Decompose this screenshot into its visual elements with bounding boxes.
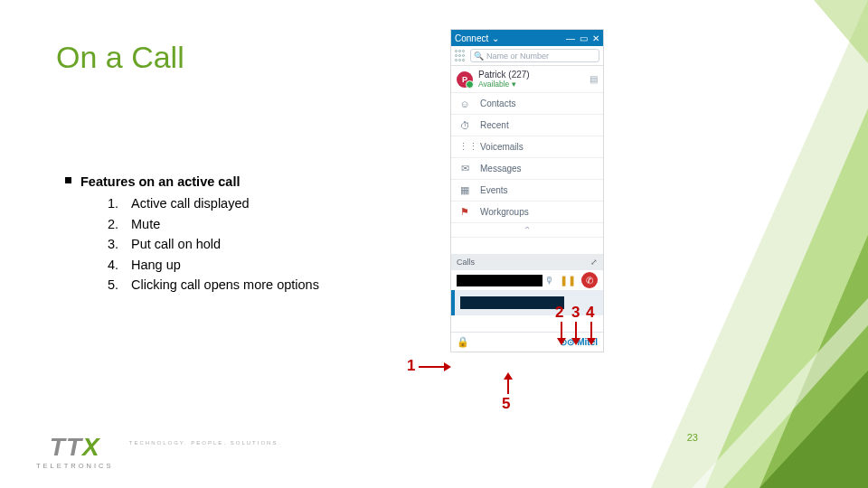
svg-marker-2 xyxy=(760,235,868,488)
list-number: 5. xyxy=(108,275,124,295)
close-icon[interactable]: ✕ xyxy=(592,33,599,43)
bullet-square-icon xyxy=(65,177,71,183)
annotation-5: 5 xyxy=(502,395,510,413)
page-number: 23 xyxy=(687,432,698,443)
nav-recent[interactable]: ⏱Recent xyxy=(451,115,603,136)
annotation-arrow-2 xyxy=(561,322,562,340)
avatar: P xyxy=(457,71,473,88)
messages-icon: ✉ xyxy=(458,163,471,174)
card-icon[interactable]: ▤ xyxy=(590,74,598,84)
slide-title: On a Call xyxy=(56,40,184,75)
nav-contacts[interactable]: ☺Contacts xyxy=(451,93,603,115)
window-titlebar: Connect ⌄ — ▭ ✕ xyxy=(451,30,603,46)
contacts-icon: ☺ xyxy=(458,99,471,109)
active-call-bar[interactable] xyxy=(451,290,603,315)
calls-section-header: Calls ⤢ xyxy=(451,254,603,270)
list-item: Mute xyxy=(131,214,160,234)
bullet-heading: Features on an active call xyxy=(80,172,319,192)
collapse-chevron-icon[interactable]: ⌃ xyxy=(451,223,603,238)
list-number: 3. xyxy=(108,234,124,254)
annotation-arrow-5 xyxy=(507,378,509,394)
user-status[interactable]: Available ▾ xyxy=(478,80,530,89)
ttx-logo: TTX TECHNOLOGY. PEOPLE. SOLUTIONS. TELET… xyxy=(36,435,114,470)
list-item: Active call displayed xyxy=(131,193,250,213)
nav-workgroups[interactable]: ⚑Workgroups xyxy=(451,202,603,223)
nav-events[interactable]: ▦Events xyxy=(451,180,603,202)
hold-icon[interactable]: ❚❚ xyxy=(560,275,576,286)
svg-marker-4 xyxy=(692,298,868,488)
annotation-arrow-4 xyxy=(590,322,592,340)
dialpad-icon[interactable] xyxy=(455,50,467,62)
list-item: Put call on hold xyxy=(131,234,221,254)
svg-marker-1 xyxy=(705,108,868,488)
annotation-2: 2 xyxy=(555,304,563,322)
annotation-1: 1 xyxy=(407,357,415,375)
mute-icon[interactable]: 🎙 xyxy=(544,275,554,286)
svg-marker-3 xyxy=(760,371,868,488)
user-presence-row[interactable]: P Patrick (227) Available ▾ ▤ xyxy=(451,66,603,93)
maximize-icon[interactable]: ▭ xyxy=(580,33,588,43)
list-number: 4. xyxy=(108,255,124,275)
app-title: Connect xyxy=(455,33,488,43)
logo-tagline: TECHNOLOGY. PEOPLE. SOLUTIONS. xyxy=(129,440,281,446)
connect-app-screenshot: Connect ⌄ — ▭ ✕ 🔍 Name or Number P Patri… xyxy=(450,29,604,352)
annotation-3: 3 xyxy=(571,304,580,322)
background-decoration xyxy=(597,0,868,488)
calls-expand-icon[interactable]: ⤢ xyxy=(590,258,598,267)
content-block: Features on an active call 1.Active call… xyxy=(65,172,319,296)
nav-voicemails[interactable]: ⋮⋮Voicemails xyxy=(451,136,603,158)
annotation-arrow-1 xyxy=(419,366,446,368)
voicemail-icon: ⋮⋮ xyxy=(458,141,471,153)
chevron-down-icon[interactable]: ⌄ xyxy=(492,33,499,43)
list-item: Hang up xyxy=(131,255,181,275)
lock-icon: 🔒 xyxy=(457,336,469,348)
call-row[interactable]: 🎙 ❚❚ ✆ xyxy=(451,270,603,290)
redacted-active-caller xyxy=(460,296,564,309)
search-icon: 🔍 xyxy=(474,52,484,61)
minimize-icon[interactable]: — xyxy=(566,33,575,43)
annotation-4: 4 xyxy=(586,304,594,322)
list-item: Clicking call opens more options xyxy=(131,275,319,295)
svg-marker-0 xyxy=(651,0,868,488)
events-icon: ▦ xyxy=(458,184,471,196)
list-number: 2. xyxy=(108,214,124,234)
search-input[interactable]: 🔍 Name or Number xyxy=(470,49,599,62)
logo-subtext: TELETRONICS xyxy=(36,462,114,470)
redacted-caller xyxy=(457,275,542,286)
annotation-arrow-3 xyxy=(575,322,577,340)
svg-marker-5 xyxy=(814,0,868,63)
recent-icon: ⏱ xyxy=(458,120,471,131)
workgroups-icon: ⚑ xyxy=(458,206,471,218)
hangup-icon[interactable]: ✆ xyxy=(581,272,598,288)
nav-messages[interactable]: ✉Messages xyxy=(451,158,603,180)
list-number: 1. xyxy=(108,193,124,213)
user-name: Patrick (227) xyxy=(478,70,530,80)
